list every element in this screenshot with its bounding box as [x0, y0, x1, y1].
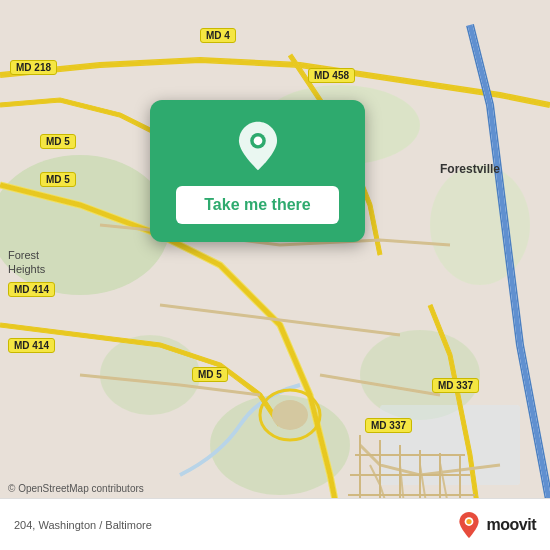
svg-point-22	[466, 518, 471, 523]
road-label-md337-bot: MD 337	[365, 418, 412, 433]
road-label-md218: MD 218	[10, 60, 57, 75]
bottom-bar: 204, Washington / Baltimore moovit	[0, 498, 550, 550]
location-pin-icon	[232, 120, 284, 172]
road-label-md414-top: MD 414	[8, 282, 55, 297]
map-svg	[0, 0, 550, 550]
svg-point-4	[430, 165, 530, 285]
map-label-forestville: Forestville	[440, 162, 500, 176]
road-label-md337-right: MD 337	[432, 378, 479, 393]
moovit-text: moovit	[487, 516, 536, 534]
map-container: MD 4 MD 218 MD 458 MD 5 MD 5 MD 414 MD 4…	[0, 0, 550, 550]
svg-point-6	[100, 335, 200, 415]
svg-point-18	[272, 400, 308, 430]
road-label-md5-top: MD 5	[40, 134, 76, 149]
road-label-md5-mid: MD 5	[40, 172, 76, 187]
map-attribution: © OpenStreetMap contributors	[8, 483, 144, 494]
road-label-md458: MD 458	[308, 68, 355, 83]
road-label-md414-bot: MD 414	[8, 338, 55, 353]
moovit-pin-icon	[457, 511, 481, 539]
location-text: 204, Washington / Baltimore	[14, 519, 152, 531]
map-label-forest-heights: ForestHeights	[8, 248, 45, 277]
road-label-md4: MD 4	[200, 28, 236, 43]
take-me-there-button[interactable]: Take me there	[176, 186, 338, 224]
road-label-md5-bot: MD 5	[192, 367, 228, 382]
location-card: Take me there	[150, 100, 365, 242]
bottom-location: 204, Washington / Baltimore	[14, 519, 152, 531]
svg-point-20	[253, 136, 262, 145]
moovit-branding: moovit	[457, 511, 536, 539]
